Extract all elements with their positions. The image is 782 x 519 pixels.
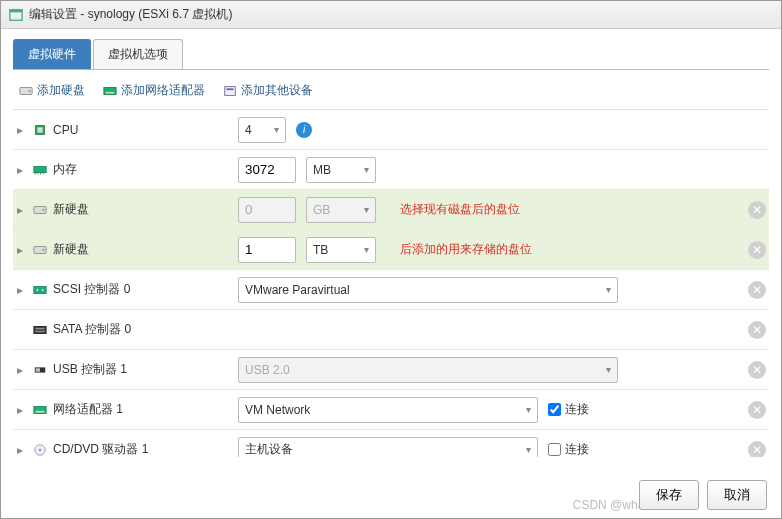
disk1-unit-select: GB▾ — [306, 197, 376, 223]
chevron-down-icon: ▾ — [526, 444, 531, 455]
cpu-icon — [33, 123, 47, 137]
svg-rect-28 — [36, 410, 45, 412]
svg-rect-26 — [36, 368, 40, 372]
tab-vm-options[interactable]: 虚拟机选项 — [93, 39, 183, 69]
remove-usb-button[interactable]: ✕ — [748, 361, 766, 379]
row-cpu: ▸ CPU 4▾ i — [13, 110, 769, 150]
nic-label: 网络适配器 1 — [53, 401, 123, 418]
toolbar: 添加硬盘 添加网络适配器 添加其他设备 — [13, 70, 769, 109]
disk2-size-input[interactable] — [238, 237, 296, 263]
svg-rect-5 — [106, 91, 115, 93]
expand-toggle[interactable]: ▸ — [17, 163, 27, 177]
disk2-note: 后添加的用来存储的盘位 — [400, 241, 532, 258]
edit-settings-dialog: 编辑设置 - synology (ESXi 6.7 虚拟机) 虚拟硬件 虚拟机选… — [0, 0, 782, 519]
expand-toggle[interactable]: ▸ — [17, 123, 27, 137]
disk-icon — [19, 84, 33, 98]
cd-connect-checkbox[interactable]: 连接 — [548, 441, 589, 457]
cpu-label: CPU — [53, 123, 78, 137]
memory-input[interactable] — [238, 157, 296, 183]
expand-toggle[interactable]: ▸ — [17, 403, 27, 417]
disk-icon — [33, 243, 47, 257]
cpu-count-select[interactable]: 4▾ — [238, 117, 286, 143]
titlebar: 编辑设置 - synology (ESXi 6.7 虚拟机) — [1, 1, 781, 29]
device-icon — [223, 84, 237, 98]
row-usb: ▸ USB 控制器 1 USB 2.0▾ ✕ — [13, 350, 769, 390]
dialog-title: 编辑设置 - synology (ESXi 6.7 虚拟机) — [29, 6, 232, 23]
remove-nic-button[interactable]: ✕ — [748, 401, 766, 419]
chevron-down-icon: ▾ — [364, 244, 369, 255]
add-nic-button[interactable]: 添加网络适配器 — [103, 82, 205, 99]
svg-rect-9 — [37, 127, 42, 132]
nic-network-select[interactable]: VM Network▾ — [238, 397, 538, 423]
row-new-disk-1: ▸ 新硬盘 GB▾ 选择现有磁盘后的盘位 ✕ — [13, 190, 769, 230]
remove-disk2-button[interactable]: ✕ — [748, 241, 766, 259]
cancel-button[interactable]: 取消 — [707, 480, 767, 510]
svg-rect-11 — [35, 172, 36, 174]
chevron-down-icon: ▾ — [364, 204, 369, 215]
nic-connect-checkbox[interactable]: 连接 — [548, 401, 589, 418]
svg-point-21 — [42, 289, 44, 291]
svg-point-3 — [28, 89, 30, 91]
disk1-size-input — [238, 197, 296, 223]
remove-sata-button[interactable]: ✕ — [748, 321, 766, 339]
sata-label: SATA 控制器 0 — [53, 321, 131, 338]
cd-icon — [33, 443, 47, 457]
svg-rect-23 — [36, 328, 45, 329]
svg-rect-24 — [36, 330, 45, 331]
row-nic: ▸ 网络适配器 1 VM Network▾ 连接 ✕ — [13, 390, 769, 430]
save-button[interactable]: 保存 — [639, 480, 699, 510]
disk-label: 新硬盘 — [53, 201, 89, 218]
remove-cd-button[interactable]: ✕ — [748, 441, 766, 458]
scsi-type-select[interactable]: VMware Paravirtual▾ — [238, 277, 618, 303]
svg-point-18 — [42, 248, 44, 250]
memory-label: 内存 — [53, 161, 77, 178]
usb-label: USB 控制器 1 — [53, 361, 127, 378]
svg-point-20 — [37, 289, 39, 291]
remove-scsi-button[interactable]: ✕ — [748, 281, 766, 299]
remove-disk1-button[interactable]: ✕ — [748, 201, 766, 219]
svg-rect-10 — [34, 166, 46, 172]
expand-toggle[interactable]: ▸ — [17, 203, 27, 217]
svg-rect-7 — [227, 88, 234, 90]
chevron-down-icon: ▾ — [364, 164, 369, 175]
svg-rect-6 — [225, 86, 236, 95]
expand-toggle[interactable]: ▸ — [17, 243, 27, 257]
scsi-label: SCSI 控制器 0 — [53, 281, 130, 298]
chevron-down-icon: ▾ — [526, 404, 531, 415]
add-disk-button[interactable]: 添加硬盘 — [19, 82, 85, 99]
add-other-button[interactable]: 添加其他设备 — [223, 82, 313, 99]
tab-bar: 虚拟硬件 虚拟机选项 — [13, 39, 769, 70]
info-icon[interactable]: i — [296, 122, 312, 138]
scsi-icon — [33, 283, 47, 297]
svg-point-16 — [42, 208, 44, 210]
svg-rect-14 — [43, 172, 44, 174]
disk2-unit-select[interactable]: TB▾ — [306, 237, 376, 263]
cd-label: CD/DVD 驱动器 1 — [53, 441, 148, 457]
svg-rect-12 — [37, 172, 38, 174]
svg-rect-19 — [34, 286, 46, 293]
nic-icon — [33, 403, 47, 417]
expand-toggle[interactable]: ▸ — [17, 443, 27, 457]
row-memory: ▸ 内存 MB▾ — [13, 150, 769, 190]
memory-icon — [33, 163, 47, 177]
svg-point-30 — [39, 448, 42, 451]
svg-rect-1 — [10, 9, 22, 12]
memory-unit-select[interactable]: MB▾ — [306, 157, 376, 183]
chevron-down-icon: ▾ — [606, 284, 611, 295]
hardware-list: ▸ CPU 4▾ i ▸ 内存 MB▾ — [13, 109, 769, 457]
cd-source-select[interactable]: 主机设备▾ — [238, 437, 538, 458]
expand-toggle[interactable]: ▸ — [17, 283, 27, 297]
row-new-disk-2: ▸ 新硬盘 TB▾ 后添加的用来存储的盘位 ✕ — [13, 230, 769, 270]
tab-virtual-hardware[interactable]: 虚拟硬件 — [13, 39, 91, 69]
row-cdrom: ▸ CD/DVD 驱动器 1 主机设备▾ 连接 ✕ — [13, 430, 769, 457]
usb-type-select: USB 2.0▾ — [238, 357, 618, 383]
svg-rect-13 — [40, 172, 41, 174]
nic-icon — [103, 84, 117, 98]
sata-icon — [33, 323, 47, 337]
row-sata: ▸ SATA 控制器 0 ✕ — [13, 310, 769, 350]
disk-label: 新硬盘 — [53, 241, 89, 258]
expand-toggle[interactable]: ▸ — [17, 363, 27, 377]
row-scsi: ▸ SCSI 控制器 0 VMware Paravirtual▾ ✕ — [13, 270, 769, 310]
window-icon — [9, 8, 23, 22]
disk1-note: 选择现有磁盘后的盘位 — [400, 201, 520, 218]
